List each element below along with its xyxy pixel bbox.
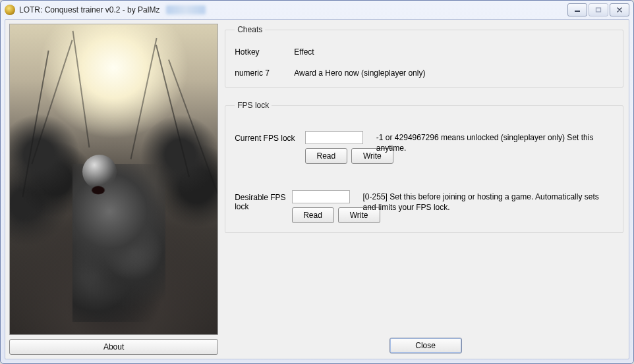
titlebar[interactable]: LOTR: Conquest trainer v0.2 - by PalMz <box>1 1 633 19</box>
cheats-header-effect: Effect <box>294 47 314 57</box>
minimize-icon <box>574 7 581 13</box>
cheats-group: Cheats Hotkey Effect numeric 7 Award a H… <box>225 25 623 88</box>
app-icon <box>5 5 15 15</box>
close-button[interactable]: Close <box>389 338 462 353</box>
button-label: Read <box>303 211 322 220</box>
titlebar-blur <box>166 5 206 14</box>
svg-rect-1 <box>596 8 601 12</box>
close-button-label: Close <box>415 341 436 350</box>
right-pane: Cheats Hotkey Effect numeric 7 Award a H… <box>222 20 629 359</box>
artwork-image <box>9 24 218 335</box>
fps-desirable-label: Desirable FPS lock <box>235 190 291 211</box>
footer: Close <box>222 338 629 353</box>
about-button-label: About <box>103 342 124 351</box>
window-title: LOTR: Conquest trainer v0.2 - by PalMz <box>19 5 159 14</box>
client-area: About Cheats Hotkey Effect numeric 7 Awa… <box>5 19 629 359</box>
cheat-effect: Award a Hero now (singleplayer only) <box>294 68 425 78</box>
maximize-button[interactable] <box>589 3 608 16</box>
fps-desirable-desc: [0-255] Set this before joining or hosti… <box>358 190 614 213</box>
cheat-hotkey: numeric 7 <box>235 68 294 78</box>
about-button[interactable]: About <box>9 339 218 355</box>
left-pane: About <box>5 20 222 359</box>
fps-current-row: Current FPS lock Read Write -1 or 429496… <box>235 131 614 164</box>
cheats-header-hotkey: Hotkey <box>235 47 294 57</box>
fps-current-label: Current FPS lock <box>235 131 305 143</box>
maximize-icon <box>595 7 602 13</box>
close-window-button[interactable] <box>610 3 629 16</box>
fps-current-read-button[interactable]: Read <box>305 148 347 164</box>
fps-desirable-read-button[interactable]: Read <box>292 207 334 223</box>
button-label: Read <box>317 151 336 161</box>
fps-desirable-input[interactable] <box>292 190 350 203</box>
fps-group: FPS lock Current FPS lock Read Write -1 … <box>225 101 623 233</box>
fps-legend: FPS lock <box>235 101 272 110</box>
svg-rect-0 <box>575 11 580 12</box>
cheats-legend: Cheats <box>235 25 265 34</box>
close-icon <box>616 7 623 13</box>
fps-current-input[interactable] <box>305 131 363 144</box>
cheats-row: numeric 7 Award a Hero now (singleplayer… <box>235 68 614 78</box>
minimize-button[interactable] <box>567 3 587 16</box>
fps-desirable-row: Desirable FPS lock Read Write [0-255] Se… <box>235 190 614 223</box>
fps-current-desc: -1 or 4294967296 means unlocked (singlep… <box>371 131 614 153</box>
cheats-header-row: Hotkey Effect <box>235 47 614 57</box>
app-window: LOTR: Conquest trainer v0.2 - by PalMz <box>0 0 634 364</box>
